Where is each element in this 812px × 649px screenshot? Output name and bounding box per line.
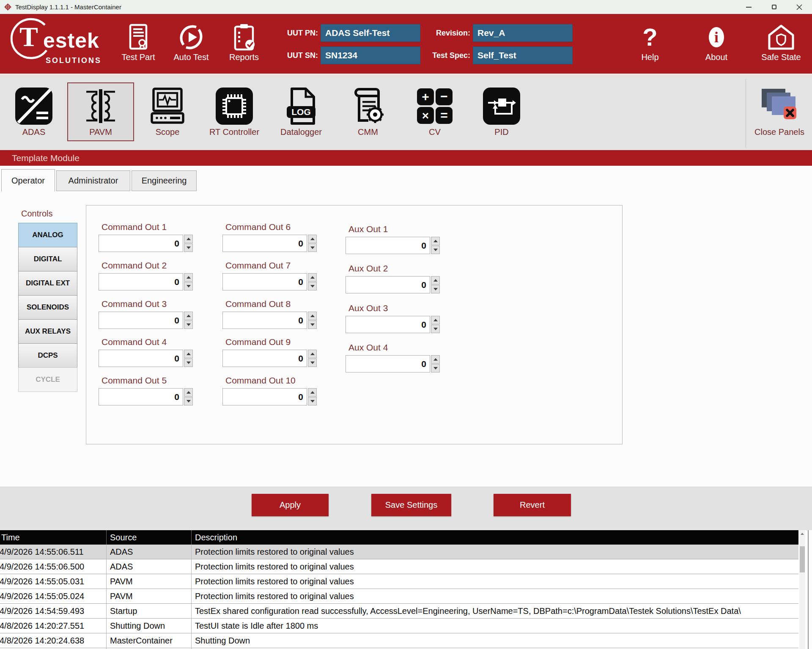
spin-up-button[interactable]: [431, 276, 440, 285]
arrow-up-icon: [433, 358, 438, 361]
safe-state-button[interactable]: Safe State: [755, 23, 807, 62]
close-panels-button[interactable]: Close Panels: [746, 82, 812, 141]
scroll-up-icon[interactable]: [799, 530, 805, 537]
spin-down-button[interactable]: [431, 246, 440, 254]
spin-down-button[interactable]: [308, 397, 317, 405]
log-row[interactable]: 4/9/2026 14:55:05.031 PAVM Protection li…: [0, 574, 798, 589]
arrow-down-icon: [187, 323, 191, 326]
log-row[interactable]: 4/8/2026 14:20:24.638 MasterContainer Sh…: [0, 633, 798, 648]
command-out-4-input[interactable]: 0: [99, 350, 183, 367]
spin-up-button[interactable]: [184, 388, 193, 397]
log-row[interactable]: 4/9/2026 14:55:05.024 PAVM Protection li…: [0, 589, 798, 604]
command-out-7-input[interactable]: 0: [222, 273, 307, 290]
log-column-time[interactable]: Time: [0, 530, 107, 545]
scrollbar-thumb[interactable]: [800, 546, 805, 572]
arrow-down-icon: [310, 285, 315, 288]
controls-button-digital[interactable]: DIGITAL: [18, 247, 77, 271]
arrow-down-icon: [310, 323, 315, 326]
command-out-10-input[interactable]: 0: [222, 388, 307, 405]
aux-out-2-input[interactable]: 0: [346, 276, 430, 293]
spin-down-button[interactable]: [184, 397, 193, 405]
command-out-8-input[interactable]: 0: [222, 312, 307, 329]
uut-sn-field[interactable]: SN1234: [321, 47, 420, 64]
toolbar-item-datalogger[interactable]: LOG Datalogger: [268, 82, 335, 141]
spin-down-button[interactable]: [308, 320, 317, 329]
controls-button-dcps[interactable]: DCPS: [18, 343, 77, 368]
spin-down-button[interactable]: [431, 364, 440, 372]
spin-up-button[interactable]: [431, 355, 440, 364]
controls-button-aux-relays[interactable]: AUX RELAYS: [18, 319, 77, 344]
tab-operator[interactable]: Operator: [1, 169, 55, 192]
command-out-6-input[interactable]: 0: [222, 235, 307, 252]
command-out-1-input[interactable]: 0: [99, 235, 183, 252]
command-out-5-group: Command Out 5 0: [99, 375, 193, 405]
spin-up-button[interactable]: [431, 237, 440, 245]
restore-button[interactable]: [761, 0, 787, 14]
log-column-description[interactable]: Description: [192, 530, 798, 545]
log-row[interactable]: 4/9/2026 14:55:06.500 ADAS Protection li…: [0, 559, 798, 574]
tab-engineering[interactable]: Engineering: [132, 170, 197, 191]
spin-down-button[interactable]: [431, 285, 440, 293]
spin-up-button[interactable]: [184, 235, 193, 243]
log-scrollbar[interactable]: [799, 530, 805, 649]
tab-administrator[interactable]: Administrator: [56, 170, 130, 191]
apply-button[interactable]: Apply: [252, 494, 329, 516]
spin-down-button[interactable]: [308, 282, 317, 290]
spin-down-button[interactable]: [308, 244, 317, 252]
spin-down-button[interactable]: [184, 282, 193, 290]
log-row[interactable]: 4/9/2026 14:55:06.511 ADAS Protection li…: [0, 545, 798, 559]
toolbar-item-adas[interactable]: ADAS: [0, 82, 67, 141]
log-row[interactable]: 4/8/2026 14:20:27.551 Shutting Down Test…: [0, 619, 798, 633]
help-button[interactable]: ? Help: [624, 23, 676, 62]
minimize-button[interactable]: [736, 0, 761, 14]
spin-up-button[interactable]: [308, 235, 317, 243]
spin-up-button[interactable]: [431, 316, 440, 324]
aux-out-4-input[interactable]: 0: [346, 355, 430, 372]
toolbar-item-pavm[interactable]: PAVM: [67, 82, 134, 141]
toolbar-item-scope[interactable]: Scope: [134, 82, 201, 141]
spin-up-button[interactable]: [184, 312, 193, 320]
spin-down-button[interactable]: [431, 325, 440, 333]
controls-button-solenoids[interactable]: SOLENOIDS: [18, 295, 77, 320]
command-out-9-input[interactable]: 0: [222, 350, 307, 367]
command-out-5-input[interactable]: 0: [99, 388, 183, 405]
toolbar-item-rt-controller[interactable]: RT Controller: [201, 82, 268, 141]
aux-out-3-input[interactable]: 0: [346, 316, 430, 333]
toolbar-item-pid[interactable]: PID: [468, 82, 535, 141]
window-controls: [736, 0, 812, 14]
spin-up-button[interactable]: [308, 388, 317, 397]
arrow-up-icon: [310, 353, 315, 355]
action-button-bar: Apply Save Settings Revert: [0, 487, 812, 530]
arrow-up-icon: [310, 276, 315, 279]
spin-up-button[interactable]: [184, 273, 193, 282]
arrow-up-icon: [433, 319, 438, 321]
toolbar-item-cmm[interactable]: CMM: [335, 82, 401, 141]
spin-up-button[interactable]: [184, 350, 193, 358]
spin-down-button[interactable]: [184, 244, 193, 252]
aux-out-1-input[interactable]: 0: [346, 237, 430, 254]
uut-pn-field[interactable]: ADAS Self-Test: [321, 24, 420, 42]
command-out-7-label: Command Out 7: [225, 260, 317, 271]
command-out-2-input[interactable]: 0: [99, 273, 183, 290]
spin-up-button[interactable]: [308, 312, 317, 320]
arrow-down-icon: [187, 400, 191, 403]
spin-up-button[interactable]: [308, 273, 317, 282]
controls-button-analog[interactable]: ANALOG: [18, 223, 77, 247]
log-column-source[interactable]: Source: [107, 530, 192, 545]
controls-button-digital-ext[interactable]: DIGITAL EXT: [18, 271, 77, 296]
auto-test-button[interactable]: Auto Test: [165, 23, 217, 62]
revision-field[interactable]: Rev_A: [473, 24, 573, 42]
revert-button[interactable]: Revert: [494, 494, 571, 516]
close-button[interactable]: [787, 0, 812, 14]
test-part-button[interactable]: Test Part: [112, 23, 165, 62]
toolbar-item-cv[interactable]: + − × = CV: [401, 82, 468, 141]
spin-down-button[interactable]: [184, 320, 193, 329]
spin-up-button[interactable]: [308, 350, 317, 358]
command-out-3-input[interactable]: 0: [99, 312, 183, 329]
about-button[interactable]: i About: [691, 23, 742, 62]
log-row[interactable]: 4/9/2026 14:54:59.493 Startup TestEx sha…: [0, 604, 798, 619]
save-settings-button[interactable]: Save Settings: [371, 494, 451, 516]
spin-down-button[interactable]: [308, 359, 317, 367]
test-spec-field[interactable]: Self_Test: [473, 47, 573, 64]
spin-down-button[interactable]: [184, 359, 193, 367]
